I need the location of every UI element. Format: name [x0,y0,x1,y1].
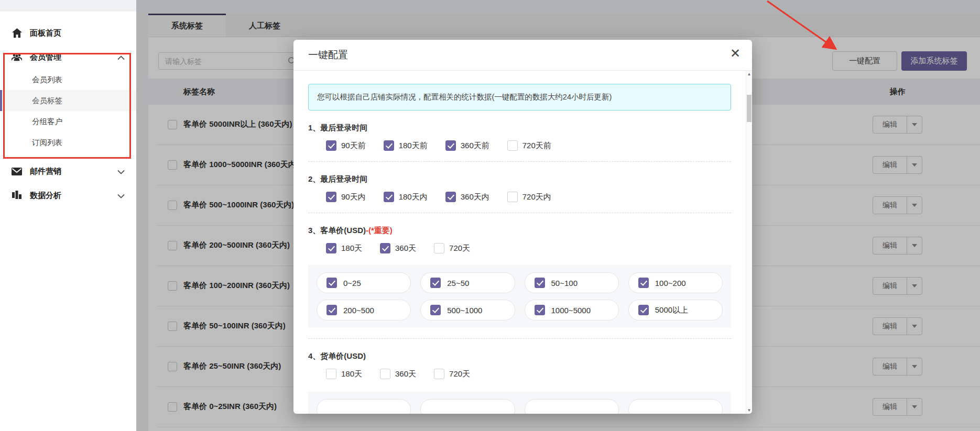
checkbox-checked-icon[interactable] [445,192,456,202]
section-number: 4、 [308,351,320,360]
checkbox-label: 0~25 [343,279,361,288]
checkbox-unchecked-icon[interactable] [434,243,444,253]
section-title: 2、最后登录时间 [308,174,731,184]
chevron-up-icon [117,53,125,62]
checkbox-unchecked-icon[interactable] [507,192,518,202]
scroll-down-icon[interactable]: ▼ [746,408,752,413]
checkbox-checked-icon[interactable] [638,305,649,315]
sidebar: 面板首页 会员管理 会员列表 会员标签 分组客户 订阅列表 [0,12,136,431]
section-options: 180天360天720天 [308,369,731,379]
checkbox-option[interactable]: 90天内 [326,192,366,202]
sidebar-item-data-analytics[interactable]: 数据分析 [0,183,136,207]
checkbox-option[interactable]: 180天前 [384,140,428,151]
range-pill-panel-cutoff [308,392,731,414]
section-options: 90天内180天内360天内720天内 [308,192,731,202]
sidebar-item-email-marketing[interactable]: 邮件营销 [0,159,136,183]
sidebar-item-member-list[interactable]: 会员列表 [0,69,136,90]
checkbox-label: 360天内 [461,192,489,202]
checkbox-option[interactable]: 360天内 [445,192,489,202]
checkbox-option[interactable]: 500~1000 [420,300,515,321]
checkbox-checked-icon[interactable] [638,278,649,288]
checkbox-label: 720天 [449,369,470,379]
modal-title: 一键配置 [308,48,348,62]
scroll-up-icon[interactable]: ▲ [746,72,752,76]
section-number: 2、 [308,174,320,183]
checkbox-unchecked-icon[interactable] [380,369,390,379]
checkbox-option[interactable]: 360天前 [445,140,489,151]
checkbox-label: 180天 [341,244,362,253]
members-icon [12,52,22,62]
close-icon[interactable]: ✕ [730,47,741,60]
checkbox-label: 720天 [449,244,470,253]
page: 面板首页 会员管理 会员列表 会员标签 分组客户 订阅列表 [0,0,980,431]
checkbox-checked-icon[interactable] [380,243,390,253]
section-options: 180天360天720天 [308,243,731,253]
checkbox-label: 360天 [395,369,416,379]
checkbox-option[interactable]: 360天 [380,369,416,379]
pill-cutoff[interactable] [420,399,515,414]
checkbox-checked-icon[interactable] [326,305,337,315]
dashed-divider [308,213,731,213]
checkbox-label: 90天内 [341,192,366,202]
sidebar-item-dashboard[interactable]: 面板首页 [0,21,136,45]
section-options: 90天前180天前360天前720天前 [308,140,731,151]
section-number: 1、 [308,123,320,132]
checkbox-option[interactable]: 720天 [434,369,470,379]
checkbox-checked-icon[interactable] [384,192,394,202]
checkbox-checked-icon[interactable] [326,140,336,151]
checkbox-option[interactable]: 100~200 [628,272,723,293]
checkbox-checked-icon[interactable] [384,140,394,151]
chevron-down-icon [117,191,125,200]
checkbox-option[interactable]: 360天 [380,243,416,253]
pill-cutoff[interactable] [525,399,619,414]
checkbox-option[interactable]: 720天内 [507,192,551,202]
scrollbar-thumb[interactable] [747,95,752,122]
one-click-config-modal: 一键配置 ✕ 您可以根据自己店铺实际情况，配置相关的统计数据(一键配置的数据大约… [293,40,752,414]
checkbox-option[interactable]: 5000以上 [628,300,723,321]
section-important-suffix: -(*重要) [366,226,393,235]
checkbox-option[interactable]: 90天前 [326,140,366,151]
checkbox-checked-icon[interactable] [445,140,456,151]
checkbox-checked-icon[interactable] [326,243,336,253]
checkbox-option[interactable]: 180天 [326,243,362,253]
checkbox-option[interactable]: 180天 [326,369,362,379]
checkbox-option[interactable]: 180天内 [384,192,428,202]
analytics-icon [12,190,22,201]
range-pill-panel: 0~2525~5050~100100~200200~500500~1000100… [308,265,731,328]
modal-body: 您可以根据自己店铺实际情况，配置相关的统计数据(一键配置的数据大约24小时后更新… [293,71,746,414]
modal-header: 一键配置 ✕ [293,40,752,71]
checkbox-option[interactable]: 25~50 [420,272,515,293]
checkbox-unchecked-icon[interactable] [434,369,444,379]
checkbox-option[interactable]: 50~100 [525,272,619,293]
section-number: 3、 [308,226,320,235]
checkbox-option[interactable]: 200~500 [317,300,411,321]
pill-grid [317,399,723,414]
checkbox-checked-icon[interactable] [430,278,441,288]
checkbox-checked-icon[interactable] [430,305,441,315]
checkbox-option[interactable]: 720天前 [507,140,551,151]
chevron-down-icon [117,167,125,176]
sidebar-item-member-tags[interactable]: 会员标签 [0,90,136,111]
checkbox-unchecked-icon[interactable] [507,140,518,151]
checkbox-checked-icon[interactable] [326,278,337,288]
checkbox-option[interactable]: 1000~5000 [525,300,619,321]
sidebar-item-group-customers[interactable]: 分组客户 [0,111,136,132]
checkbox-option[interactable]: 720天 [434,243,470,253]
pill-cutoff[interactable] [317,399,411,414]
checkbox-label: 90天前 [341,141,366,151]
checkbox-label: 180天前 [399,141,428,151]
checkbox-checked-icon[interactable] [326,192,336,202]
modal-notice: 您可以根据自己店铺实际情况，配置相关的统计数据(一键配置的数据大约24小时后更新… [308,84,731,110]
pill-cutoff[interactable] [628,399,723,414]
section-title-text: 客单价(USD) [320,226,366,235]
checkbox-option[interactable]: 0~25 [317,272,411,293]
checkbox-checked-icon[interactable] [535,278,545,288]
sidebar-item-members[interactable]: 会员管理 [0,45,136,69]
checkbox-label: 1000~5000 [551,306,591,315]
checkbox-label: 500~1000 [447,306,482,315]
checkbox-checked-icon[interactable] [535,305,545,315]
section-title-text: 最后登录时间 [320,174,367,183]
sidebar-item-subscription-list[interactable]: 订阅列表 [0,132,136,153]
checkbox-unchecked-icon[interactable] [326,369,336,379]
checkbox-label: 720天内 [522,192,551,202]
